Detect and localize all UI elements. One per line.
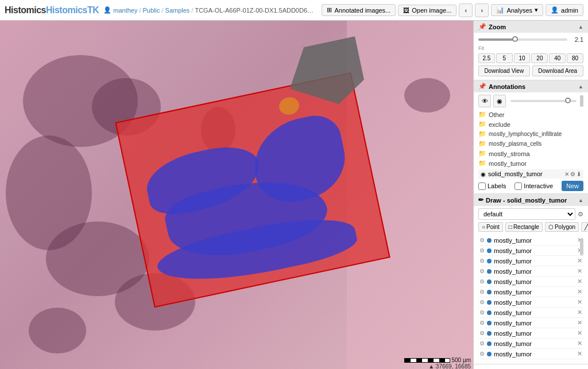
item-delete-10[interactable]: ✕	[577, 340, 582, 347]
item-label-7[interactable]: mostly_tumor	[494, 309, 532, 316]
item-label-11[interactable]: mostly_tumor	[494, 351, 532, 358]
analyses-button[interactable]: 📊 Analyses ▾	[491, 4, 543, 16]
ann-label-plasma[interactable]: mostly_plasma_cells	[489, 141, 541, 147]
item-label-10[interactable]: mostly_tumor	[494, 340, 532, 347]
draw-line-tool[interactable]: ╱ Line	[581, 222, 588, 232]
nav-next-button[interactable]: ›	[475, 3, 489, 17]
labels-checkbox[interactable]	[478, 182, 486, 190]
item-gear-icon-12[interactable]: ⚙	[479, 361, 485, 362]
bc-user[interactable]: manthey	[113, 7, 137, 14]
image-viewer[interactable]: 500 µm ▲ 37669, 16685	[0, 21, 473, 369]
polygon-icon: ⬡	[548, 224, 554, 230]
item-label-5[interactable]: mostly_tumor	[494, 289, 532, 296]
coordinates-display: ▲ 37669, 16685	[428, 363, 471, 369]
item-label-0[interactable]: mostly_tumor	[494, 237, 532, 244]
item-label-1[interactable]: mostly_tumor	[494, 247, 532, 254]
item-label-9[interactable]: mostly_tumor	[494, 330, 532, 337]
bc-folder[interactable]: Samples	[165, 7, 190, 14]
item-gear-icon-6[interactable]: ⚙	[479, 299, 485, 305]
ann-label-lymphocytic[interactable]: mostly_lymphocytic_infiltrate	[489, 131, 562, 137]
draw-section-header[interactable]: ✏ Draw - solid_mostly_tumor ▲	[474, 194, 588, 206]
ann-item-plasma: 📁 mostly_plasma_cells	[478, 139, 583, 149]
ann-label-other[interactable]: Other	[489, 111, 505, 118]
draw-header-row: default ⚙	[478, 208, 583, 220]
item-gear-icon-5[interactable]: ⚙	[479, 289, 485, 295]
draw-list-items: ⚙ mostly_tumor ✕ ⚙ mostly_tumor ✕ ⚙ most…	[478, 235, 583, 362]
draw-list-item-3: ⚙ mostly_tumor ✕	[478, 266, 583, 277]
zoom-preset-20[interactable]: 20	[531, 53, 548, 63]
item-delete-7[interactable]: ✕	[577, 309, 582, 316]
item-label-4[interactable]: mostly_tumor	[494, 278, 532, 285]
item-gear-icon-10[interactable]: ⚙	[479, 340, 485, 347]
item-gear-icon-9[interactable]: ⚙	[479, 330, 485, 336]
annotations-opacity-slider[interactable]	[510, 100, 577, 102]
item-label-12[interactable]: mostly_tumor	[494, 361, 532, 362]
item-label-6[interactable]: mostly_tumor	[494, 299, 532, 306]
draw-point-tool[interactable]: ○ Point	[478, 222, 503, 232]
ann-item-tumor: 📁 mostly_tumor	[478, 158, 583, 168]
active-annotation-label[interactable]: solid_mostly_tumor	[488, 170, 543, 177]
item-delete-9[interactable]: ✕	[577, 329, 582, 337]
annotations-second-slider[interactable]	[580, 95, 583, 107]
tissue-right-blob	[404, 78, 450, 112]
annotation-gear-icon[interactable]: ⚙	[570, 171, 575, 177]
item-label-8[interactable]: mostly_tumor	[494, 320, 532, 327]
annotation-close-icon[interactable]: ✕	[564, 171, 569, 177]
annotations-visibility-button[interactable]: ◉	[493, 95, 506, 107]
item-delete-6[interactable]: ✕	[577, 298, 582, 306]
zoom-preset-40[interactable]: 40	[549, 53, 566, 63]
annotated-images-button[interactable]: ⊞ Annotated images...	[322, 4, 396, 16]
item-delete-5[interactable]: ✕	[577, 288, 582, 296]
eye-icon-active: ◉	[481, 171, 486, 177]
draw-rectangle-tool[interactable]: □ Rectangle	[505, 222, 543, 232]
draw-style-select[interactable]: default	[478, 208, 575, 220]
zoom-preset-2.5[interactable]: 2.5	[478, 53, 495, 63]
item-delete-11[interactable]: ✕	[577, 350, 582, 358]
download-area-button[interactable]: Download Area	[532, 65, 584, 76]
item-gear-icon-1[interactable]: ⚙	[479, 247, 485, 254]
item-gear-icon-2[interactable]: ⚙	[479, 258, 485, 264]
item-label-2[interactable]: mostly_tumor	[494, 258, 532, 265]
zoom-section-header[interactable]: 📌 Zoom ▲	[474, 21, 588, 33]
labels-checkbox-label[interactable]: Labels	[478, 182, 506, 190]
open-image-button[interactable]: 🖼 Open image...	[398, 5, 457, 16]
annotations-section-header[interactable]: 📌 Annotations ▲	[474, 80, 588, 92]
annotation-download-icon[interactable]: ⬇	[577, 171, 581, 177]
item-delete-8[interactable]: ✕	[577, 319, 582, 327]
item-gear-icon-8[interactable]: ⚙	[479, 320, 485, 326]
item-dot-5	[487, 290, 492, 294]
item-delete-4[interactable]: ✕	[577, 278, 582, 285]
new-annotation-button[interactable]: New	[562, 181, 583, 191]
draw-list-item-4: ⚙ mostly_tumor ✕	[478, 277, 583, 287]
nav-prev-button[interactable]: ‹	[459, 3, 473, 17]
zoom-preset-80[interactable]: 80	[567, 53, 583, 63]
item-gear-icon-11[interactable]: ⚙	[479, 351, 485, 357]
download-view-button[interactable]: Download View	[478, 65, 530, 76]
ann-label-exclude[interactable]: exclude	[489, 121, 510, 128]
annotations-eye-button[interactable]: 👁	[478, 95, 491, 107]
item-gear-icon-0[interactable]: ⚙	[479, 237, 485, 243]
item-delete-12[interactable]: ✕	[577, 360, 582, 362]
zoom-preset-10[interactable]: 10	[514, 53, 531, 63]
zoom-preset-5[interactable]: 5	[496, 53, 513, 63]
ann-label-stroma[interactable]: mostly_stroma	[489, 150, 530, 157]
draw-gear-icon[interactable]: ⚙	[578, 211, 583, 218]
item-gear-icon-7[interactable]: ⚙	[479, 309, 485, 316]
bc-visibility[interactable]: Public	[143, 7, 160, 14]
item-delete-2[interactable]: ✕	[577, 257, 582, 265]
item-gear-icon-4[interactable]: ⚙	[479, 278, 485, 285]
main-layout: 500 µm ▲ 37669, 16685 📌 Zoom ▲	[0, 21, 588, 369]
draw-list-scrollbar[interactable]	[580, 238, 583, 255]
ann-label-tumor[interactable]: mostly_tumor	[489, 160, 527, 167]
draw-list-item-8: ⚙ mostly_tumor ✕	[478, 318, 583, 328]
item-delete-3[interactable]: ✕	[577, 267, 582, 275]
admin-button[interactable]: 👤 admin	[546, 4, 583, 16]
interactive-checkbox[interactable]	[514, 182, 522, 190]
item-label-3[interactable]: mostly_tumor	[494, 268, 532, 275]
draw-list-item-7: ⚙ mostly_tumor ✕	[478, 308, 583, 318]
item-gear-icon-3[interactable]: ⚙	[479, 268, 485, 274]
zoom-slider[interactable]	[478, 38, 567, 41]
draw-polygon-tool[interactable]: ⬡ Polygon	[545, 222, 579, 232]
zoom-fit-label: Fit	[478, 45, 484, 51]
interactive-checkbox-label[interactable]: Interactive	[514, 182, 553, 190]
